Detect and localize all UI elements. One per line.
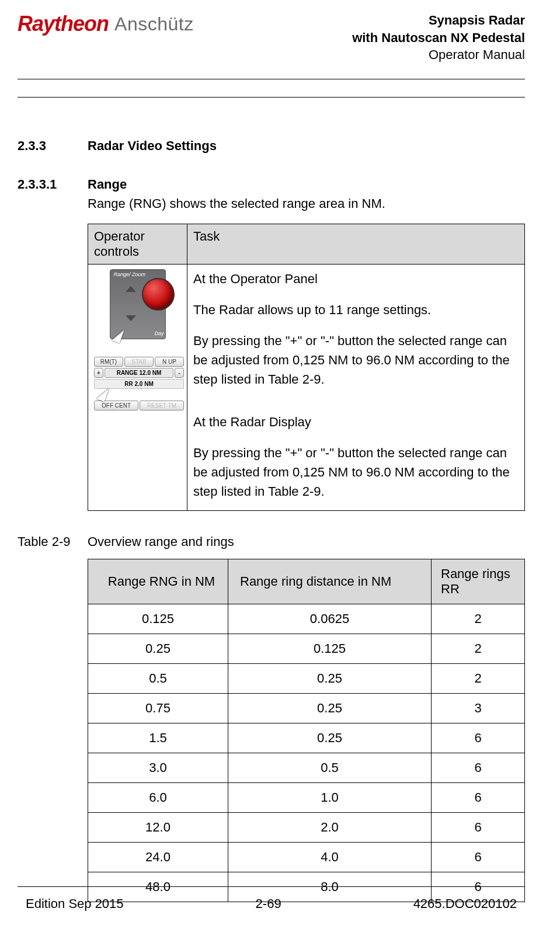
table-cell: 6 xyxy=(432,842,525,872)
rings-h3: Range rings RR xyxy=(432,559,525,604)
table-cell: 2 xyxy=(432,604,525,634)
table-cell: 12.0 xyxy=(88,812,228,842)
content: 2.3.3 Radar Video Settings 2.3.3.1 Range… xyxy=(18,138,525,902)
table-cell: 6 xyxy=(432,753,525,782)
op-header-task: Task xyxy=(187,224,525,264)
table-cell: 0.25 xyxy=(88,634,228,663)
chevron-up-icon xyxy=(126,286,136,292)
table-cell: 6 xyxy=(432,812,525,842)
red-knob-icon xyxy=(142,278,175,311)
logo-anschutz: Anschütz xyxy=(114,13,194,35)
stab-button[interactable]: STAB xyxy=(124,357,154,367)
nup-button[interactable]: N UP xyxy=(155,357,184,367)
doc-title-line1: Synapsis Radar xyxy=(352,12,525,29)
chevron-down-icon xyxy=(126,315,136,321)
operator-controls-table: Operator controls Task Range/ Zoom Day xyxy=(88,224,525,511)
table-cell: 2 xyxy=(432,663,525,693)
logo-raytheon: Raytheon xyxy=(18,12,109,36)
header-rule-1 xyxy=(18,79,525,79)
reset-tm-button[interactable]: RESET TM xyxy=(140,401,184,410)
range-plus-button[interactable]: + xyxy=(94,368,103,378)
task-p5: By pressing the "+" or "-" button the se… xyxy=(193,443,519,501)
table-row: 6.01.06 xyxy=(88,782,525,812)
subsection-title: Range xyxy=(88,177,385,192)
table-cell: 3.0 xyxy=(88,753,228,782)
table-cell: 0.25 xyxy=(228,693,432,723)
task-p3: By pressing the "+" or "-" button the se… xyxy=(193,331,519,389)
logo-row: Raytheon Anschütz xyxy=(18,12,194,36)
header-rule-2 xyxy=(18,97,525,98)
rm-button[interactable]: RM(T) xyxy=(94,357,123,367)
table-row: 0.750.253 xyxy=(88,693,525,723)
chevrons xyxy=(123,286,138,321)
table-row: 3.00.56 xyxy=(88,753,525,782)
day-label: Day xyxy=(154,330,164,336)
op-controls-images: Range/ Zoom Day RM(T) STAB N xyxy=(88,264,187,510)
range-minus-button[interactable]: - xyxy=(175,368,184,378)
rings-h1: Range RNG in NM xyxy=(88,559,228,604)
task-p4: At the Radar Display xyxy=(193,412,519,432)
table-cell: 24.0 xyxy=(88,842,228,872)
table-row: 0.1250.06252 xyxy=(88,604,525,634)
table-row: 24.04.06 xyxy=(88,842,525,872)
table-cell: 6 xyxy=(432,782,525,812)
caption-num: Table 2-9 xyxy=(18,534,88,549)
footer-page: 2-69 xyxy=(256,896,281,911)
table-cell: 6.0 xyxy=(88,782,228,812)
table-caption: Table 2-9 Overview range and rings xyxy=(18,534,525,549)
table-cell: 0.0625 xyxy=(228,604,432,634)
cursor-arrow-icon xyxy=(112,327,124,343)
caption-text: Overview range and rings xyxy=(88,534,234,549)
task-p2: The Radar allows up to 11 range settings… xyxy=(193,300,519,319)
off-cent-button[interactable]: OFF CENT xyxy=(94,401,138,410)
rings-h2: Range ring distance in NM xyxy=(228,559,432,604)
doc-title-line2: with Nautoscan NX Pedestal xyxy=(352,29,525,47)
table-row: 1.50.256 xyxy=(88,723,525,753)
footer-rule xyxy=(18,886,525,887)
table-cell: 3 xyxy=(432,693,525,723)
table-cell: 2.0 xyxy=(228,812,432,842)
table-cell: 0.125 xyxy=(228,634,432,663)
table-cell: 0.75 xyxy=(88,693,228,723)
table-cell: 0.5 xyxy=(228,753,432,782)
doc-title-line3: Operator Manual xyxy=(352,46,525,64)
table-cell: 4.0 xyxy=(228,842,432,872)
subsection-number: 2.3.3.1 xyxy=(18,177,88,213)
table-row: 0.250.1252 xyxy=(88,634,525,663)
table-cell: 6 xyxy=(432,723,525,753)
table-cell: 1.0 xyxy=(228,782,432,812)
footer-docid: 4265.DOC020102 xyxy=(413,896,517,911)
op-header-controls: Operator controls xyxy=(88,224,187,264)
radar-ui-mock: RM(T) STAB N UP + RANGE 12.0 NM - RR 2.0… xyxy=(94,357,184,410)
section-number: 2.3.3 xyxy=(18,138,88,154)
page-header: Raytheon Anschütz Synapsis Radar with Na… xyxy=(18,12,525,74)
table-cell: 2 xyxy=(432,634,525,663)
table-row: 12.02.06 xyxy=(88,812,525,842)
task-cell: At the Operator Panel The Radar allows u… xyxy=(187,264,525,510)
range-rings-table: Range RNG in NM Range ring distance in N… xyxy=(88,559,525,902)
table-row: 0.50.252 xyxy=(88,663,525,693)
table-cell: 0.125 xyxy=(88,604,228,634)
subsection-desc: Range (RNG) shows the selected range are… xyxy=(88,194,385,213)
footer-edition: Edition Sep 2015 xyxy=(26,896,124,911)
table-cell: 0.25 xyxy=(228,723,432,753)
range-zoom-knob: Range/ Zoom Day xyxy=(110,269,166,339)
section-title: Radar Video Settings xyxy=(88,138,217,154)
doc-title: Synapsis Radar with Nautoscan NX Pedesta… xyxy=(352,12,525,64)
knob-label: Range/ Zoom xyxy=(114,272,146,278)
table-cell: 1.5 xyxy=(88,723,228,753)
section-2-3-3-1: 2.3.3.1 Range Range (RNG) shows the sele… xyxy=(18,177,525,213)
table-cell: 0.5 xyxy=(88,663,228,693)
task-p1: At the Operator Panel xyxy=(193,269,519,288)
table-cell: 0.25 xyxy=(228,663,432,693)
range-display: RANGE 12.0 NM xyxy=(105,368,173,378)
page-footer: Edition Sep 2015 2-69 4265.DOC020102 xyxy=(18,886,525,911)
section-2-3-3: 2.3.3 Radar Video Settings xyxy=(18,138,525,154)
